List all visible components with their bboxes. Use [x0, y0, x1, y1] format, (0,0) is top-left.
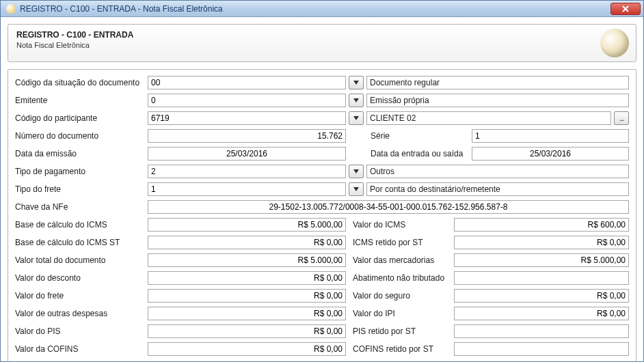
label-numero-documento: Número do documento: [15, 131, 145, 141]
label-valor-cofins: Valor da COFINS: [15, 344, 145, 354]
input-cofins-retido-st[interactable]: [454, 342, 629, 356]
header-band: REGISTRO - C100 - ENTRADA Nota Fiscal El…: [8, 24, 636, 62]
input-data-entrada[interactable]: [472, 147, 629, 161]
input-valor-pis[interactable]: [148, 324, 346, 338]
label-icms-retido-st: ICMS retido por ST: [349, 238, 451, 247]
dropdown-codigo-situacao[interactable]: [349, 76, 364, 89]
chevron-down-icon: [353, 81, 359, 85]
label-valor-mercadorias: Valor das mercadorias: [349, 255, 451, 265]
input-valor-ipi[interactable]: [454, 307, 629, 320]
label-abatimento-nt: Abatimento não tributado: [349, 273, 451, 283]
content-area: REGISTRO - C100 - ENTRADA Nota Fiscal El…: [1, 17, 643, 361]
page-subtitle: Nota Fiscal Eletrônica: [16, 41, 628, 49]
label-valor-seguro: Valor do seguro: [349, 291, 451, 301]
titlebar: REGISTRO - C100 - ENTRADA - Nota Fiscal …: [1, 1, 643, 17]
close-button[interactable]: [611, 3, 641, 15]
input-valor-outras[interactable]: [148, 307, 346, 320]
desc-codigo-participante: CLIENTE 02: [366, 111, 611, 125]
desc-emitente: Emissão própria: [366, 94, 629, 107]
desc-tipo-frete: Por conta do destinatário/remetente: [366, 182, 629, 196]
form-panel: Código da situação do documento Document…: [8, 69, 636, 361]
input-icms-retido-st[interactable]: [454, 236, 629, 249]
input-codigo-participante[interactable]: [148, 111, 346, 125]
input-valor-mercadorias[interactable]: [454, 253, 629, 267]
input-bc-icms[interactable]: [148, 218, 346, 232]
header-logo: [600, 29, 629, 57]
lookup-participante-button[interactable]: ...: [614, 111, 629, 125]
input-tipo-frete[interactable]: [148, 182, 346, 196]
input-valor-frete[interactable]: [148, 289, 346, 303]
label-serie: Série: [366, 131, 469, 141]
input-serie[interactable]: [472, 129, 629, 143]
label-valor-outras: Valor de outras despesas: [15, 309, 145, 318]
label-valor-desconto: Valor do desconto: [15, 273, 145, 283]
dropdown-emitente[interactable]: [349, 94, 364, 107]
label-valor-frete: Valor do frete: [15, 291, 145, 301]
label-valor-ipi: Valor do IPI: [349, 309, 451, 318]
label-valor-pis: Valor do PIS: [15, 326, 145, 336]
input-data-emissao[interactable]: [148, 147, 346, 161]
label-bc-icms: Base de cálculo do ICMS: [15, 220, 145, 229]
page-title: REGISTRO - C100 - ENTRADA: [16, 30, 628, 40]
input-pis-retido-st[interactable]: [454, 324, 629, 338]
input-abatimento-nt[interactable]: [454, 271, 629, 285]
label-data-emissao: Data da emissão: [15, 149, 145, 158]
input-chave-nfe[interactable]: [148, 200, 629, 214]
input-bc-icms-st[interactable]: [148, 236, 346, 249]
dropdown-tipo-pagamento[interactable]: [349, 165, 364, 178]
chevron-down-icon: [353, 187, 359, 191]
input-valor-desconto[interactable]: [148, 271, 346, 285]
input-codigo-situacao[interactable]: [148, 76, 346, 89]
label-tipo-pagamento: Tipo de pagamento: [15, 167, 145, 176]
label-codigo-participante: Código do participante: [15, 113, 145, 123]
dropdown-tipo-frete[interactable]: [349, 182, 364, 196]
chevron-down-icon: [353, 169, 359, 173]
window-frame: REGISTRO - C100 - ENTRADA - Nota Fiscal …: [0, 0, 644, 362]
window-title: REGISTRO - C100 - ENTRADA - Nota Fiscal …: [20, 4, 611, 14]
label-tipo-frete: Tipo do frete: [15, 184, 145, 194]
chevron-down-icon: [353, 116, 359, 120]
desc-tipo-pagamento: Outros: [366, 165, 629, 178]
label-valor-icms: Valor do ICMS: [349, 220, 451, 229]
label-valor-total-doc: Valor total do documento: [15, 255, 145, 265]
label-pis-retido-st: PIS retido por ST: [349, 326, 451, 336]
label-chave-nfe: Chave da NFe: [15, 202, 145, 212]
input-emitente[interactable]: [148, 94, 346, 107]
chevron-down-icon: [353, 98, 359, 102]
input-valor-seguro[interactable]: [454, 289, 629, 303]
input-valor-total-doc[interactable]: [148, 253, 346, 267]
input-numero-documento[interactable]: [148, 129, 346, 143]
dropdown-codigo-participante[interactable]: [349, 111, 364, 125]
label-cofins-retido-st: COFINS retido por ST: [349, 344, 451, 354]
input-valor-icms[interactable]: [454, 218, 629, 232]
label-bc-icms-st: Base de cálculo do ICMS ST: [15, 238, 145, 247]
input-valor-cofins[interactable]: [148, 342, 346, 356]
desc-codigo-situacao: Documento regular: [366, 76, 629, 89]
label-emitente: Emitente: [15, 96, 145, 105]
label-codigo-situacao: Código da situação do documento: [15, 78, 145, 87]
app-icon: [6, 4, 16, 14]
input-tipo-pagamento[interactable]: [148, 165, 346, 178]
close-icon: [622, 5, 629, 12]
label-data-entrada: Data da entrada ou saída: [366, 149, 469, 158]
